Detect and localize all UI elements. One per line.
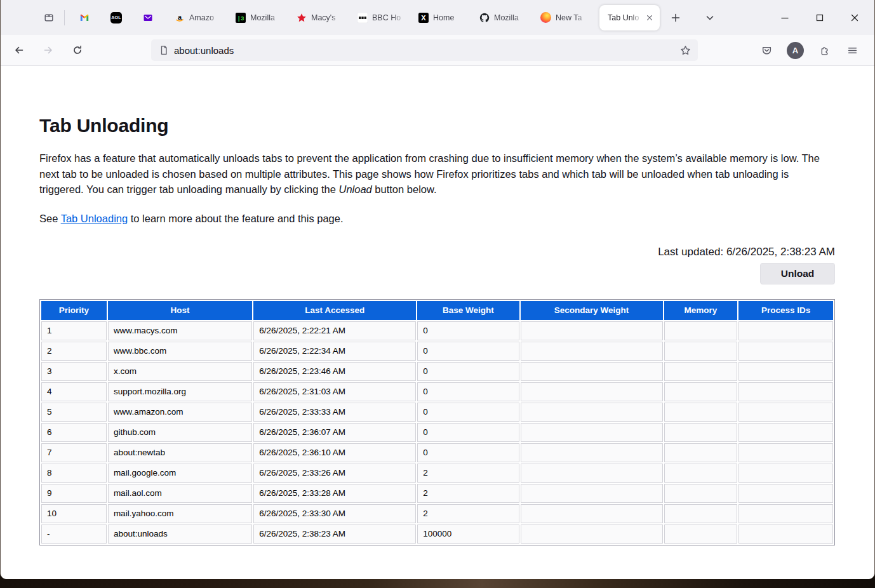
svg-text:a: a: [178, 13, 182, 20]
table-row: 7about:newtab6/26/2025, 2:36:10 AM0: [41, 443, 833, 462]
table-cell: [664, 423, 738, 442]
table-cell: 6/26/2025, 2:36:07 AM: [253, 423, 416, 442]
table-header-cell: Host: [108, 301, 252, 320]
tab-amazon[interactable]: a Amazo: [164, 5, 225, 30]
url-text: about:unloads: [174, 45, 676, 56]
table-cell: [664, 362, 738, 381]
svg-text:|3: |3: [237, 15, 244, 22]
table-header-cell: Last Accessed: [253, 301, 416, 320]
bbc-icon: [357, 13, 368, 23]
browser-window: AOL a Amazo |3 Mozilla Macy's: [0, 0, 875, 579]
table-cell: 7: [41, 443, 107, 462]
tab-strip: AOL a Amazo |3 Mozilla Macy's: [1, 0, 874, 35]
tab-github[interactable]: Mozilla: [469, 5, 530, 30]
intro-paragraph: Firefox has a feature that automatically…: [39, 150, 835, 197]
back-arrow-icon: [14, 45, 24, 55]
tab-close-button[interactable]: [643, 11, 656, 24]
unload-button[interactable]: Unload: [760, 263, 835, 284]
back-button[interactable]: [8, 39, 30, 61]
table-cell: 3: [41, 362, 107, 381]
table-row: 2www.bbc.com6/26/2025, 2:22:34 AM0: [41, 342, 833, 361]
tab-bbc[interactable]: BBC Ho: [347, 5, 408, 30]
window-maximize-button[interactable]: [802, 5, 837, 30]
table-cell: 6/26/2025, 2:22:21 AM: [253, 321, 416, 340]
table-cell: 6/26/2025, 2:31:03 AM: [253, 382, 416, 401]
table-cell: -: [41, 525, 107, 544]
desktop: { "browser_chrome": { "tabstrip": { "pin…: [0, 0, 875, 588]
table-cell: 8: [41, 464, 107, 483]
tab-label: Mozilla: [250, 13, 286, 22]
tab-active-tab-unloading[interactable]: Tab Unlo: [599, 5, 660, 30]
star-icon: [680, 45, 691, 56]
table-cell: 6/26/2025, 2:22:34 AM: [253, 342, 416, 361]
account-button[interactable]: A: [781, 39, 810, 61]
tab-macys[interactable]: Macy's: [286, 5, 347, 30]
window-close-button[interactable]: [837, 5, 872, 30]
pinned-tab-yahoo-mail[interactable]: [132, 5, 164, 30]
close-icon: [850, 13, 860, 23]
table-cell: x.com: [108, 362, 252, 381]
table-cell: 6/26/2025, 2:36:10 AM: [253, 443, 416, 462]
tab-unloading-link[interactable]: Tab Unloading: [61, 213, 128, 224]
navigation-toolbar: about:unloads A: [1, 35, 874, 66]
window-minimize-button[interactable]: [767, 5, 802, 30]
table-cell: [664, 484, 738, 503]
intro-text-after: button below.: [372, 184, 437, 195]
table-cell: 2: [41, 342, 107, 361]
forward-button[interactable]: [37, 39, 59, 61]
new-tab-button[interactable]: [665, 7, 686, 29]
amazon-icon: a: [175, 13, 185, 23]
pocket-icon: [761, 45, 772, 56]
chevron-down-icon: [705, 13, 715, 23]
url-bar[interactable]: about:unloads: [151, 39, 698, 61]
table-cell: [664, 464, 738, 483]
table-cell: 0: [417, 362, 519, 381]
app-menu-button[interactable]: [838, 39, 867, 61]
tab-mozilla-support[interactable]: |3 Mozilla: [225, 5, 286, 30]
pinned-tab-aol[interactable]: AOL: [100, 5, 132, 30]
account-avatar: A: [787, 42, 804, 59]
table-cell: 6: [41, 423, 107, 442]
table-row: 8mail.google.com6/26/2025, 2:33:26 AM2: [41, 464, 833, 483]
table-cell: [521, 342, 663, 361]
firefox-view-icon: [44, 13, 54, 23]
pocket-button[interactable]: [752, 39, 781, 61]
table-cell: 2: [417, 484, 519, 503]
table-cell: about:newtab: [108, 443, 252, 462]
table-cell: 6/26/2025, 2:23:46 AM: [253, 362, 416, 381]
minimize-icon: [780, 13, 790, 23]
table-row: 5www.amazon.com6/26/2025, 2:33:33 AM0: [41, 403, 833, 422]
reload-button[interactable]: [67, 39, 88, 61]
table-row: 1www.macys.com6/26/2025, 2:22:21 AM0: [41, 321, 833, 340]
tab-label: Home: [433, 13, 469, 22]
firefox-view-button[interactable]: [37, 6, 60, 29]
page-content: Tab Unloading Firefox has a feature that…: [1, 66, 874, 579]
tab-unloading-table: PriorityHostLast AccessedBase WeightSeco…: [39, 299, 835, 545]
table-cell: 2: [417, 504, 519, 523]
table-cell: [664, 342, 738, 361]
aol-icon: AOL: [110, 12, 122, 23]
page-title: Tab Unloading: [39, 115, 835, 137]
table-cell: [738, 342, 833, 361]
tab-new-tab[interactable]: New Ta: [530, 5, 591, 30]
table-header-cell: Process IDs: [738, 301, 833, 320]
table-cell: 2: [417, 464, 519, 483]
macys-icon: [297, 13, 307, 23]
table-header-cell: Priority: [41, 301, 107, 320]
table-cell: [521, 321, 663, 340]
tabstrip-separator: [64, 10, 65, 25]
table-header-cell: Memory: [664, 301, 738, 320]
pinned-tab-gmail[interactable]: [69, 5, 100, 30]
table-cell: [738, 484, 833, 503]
yahoo-mail-icon: [143, 13, 153, 23]
extensions-button[interactable]: [810, 39, 838, 61]
table-cell: [521, 382, 663, 401]
table-row: 9mail.aol.com6/26/2025, 2:33:28 AM2: [41, 484, 833, 503]
forward-arrow-icon: [43, 45, 53, 55]
list-all-tabs-button[interactable]: [699, 7, 721, 29]
active-tab-label: Tab Unlo: [608, 13, 643, 22]
table-cell: 5: [41, 403, 107, 422]
tab-x-home[interactable]: X Home: [408, 5, 469, 30]
bookmark-button[interactable]: [676, 41, 695, 60]
table-cell: 0: [417, 403, 519, 422]
